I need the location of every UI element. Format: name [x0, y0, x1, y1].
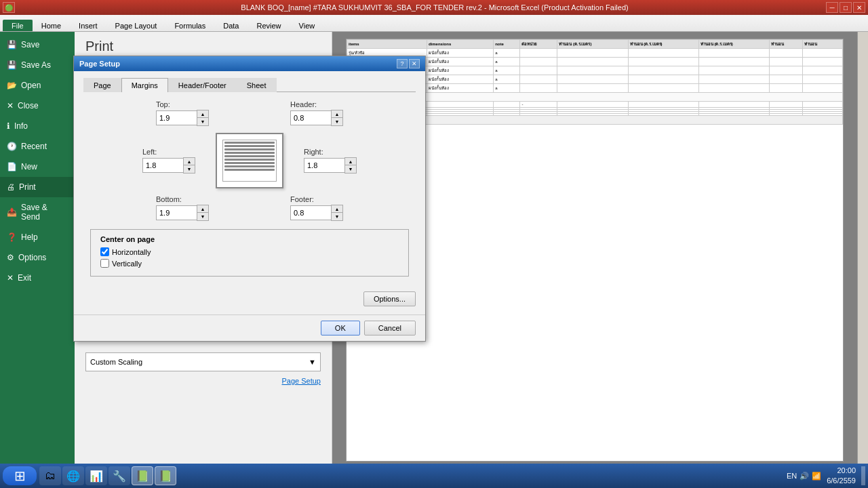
header-down[interactable]: ▼ — [332, 118, 342, 125]
taskbar-icon-excel[interactable]: 📗 — [132, 466, 153, 485]
title-bar-icon: 🟢 — [3, 2, 15, 13]
top-margin-input[interactable] — [156, 110, 197, 125]
page-setup-dialog: Page Setup ? ✕ Page Margins Header/Foote… — [73, 56, 426, 342]
taskbar-icon-explorer[interactable]: 🗂 — [39, 466, 61, 485]
preview-cell — [628, 75, 698, 84]
sidebar-item-exit[interactable]: ✕ Exit — [0, 268, 75, 288]
footer-down[interactable]: ▼ — [332, 213, 342, 220]
show-desktop-icon[interactable] — [861, 466, 865, 485]
tab-page-layout[interactable]: Page Layout — [106, 20, 166, 31]
sidebar-label-close: Close — [18, 101, 39, 110]
minimize-button[interactable]: ─ — [826, 2, 838, 13]
left-margin-down[interactable]: ▼ — [184, 165, 195, 173]
system-tray: EN 🔊 📶 — [787, 472, 821, 481]
sidebar-item-print[interactable]: 🖨 Print — [0, 177, 75, 197]
save-icon: 💾 — [7, 40, 17, 49]
tab-home[interactable]: Home — [33, 20, 70, 31]
tab-insert[interactable]: Insert — [70, 20, 106, 31]
footer-up[interactable]: ▲ — [332, 205, 342, 213]
preview-cell — [427, 102, 493, 108]
preview-cell: ท่านอน — [769, 40, 802, 49]
sidebar-item-saveas[interactable]: 💾 Save As — [0, 55, 75, 75]
recent-icon: 🕐 — [7, 142, 17, 151]
right-scrollbar[interactable] — [857, 32, 868, 488]
bottom-margin-down[interactable]: ▼ — [197, 213, 208, 220]
right-margin-up[interactable]: ▲ — [345, 158, 356, 165]
dialog-close-button[interactable]: ✕ — [409, 59, 420, 68]
footer-input[interactable] — [290, 205, 331, 220]
preview-cell: note — [494, 40, 520, 49]
dialog-help-button[interactable]: ? — [397, 59, 408, 68]
sidebar-item-close[interactable]: ✕ Close — [0, 96, 75, 116]
sidebar-item-new[interactable]: 📄 New — [0, 157, 75, 177]
bottom-margin-up[interactable]: ▲ — [197, 205, 208, 213]
header-up[interactable]: ▲ — [332, 110, 342, 118]
sidebar-label-savesend: Save & Send — [21, 203, 68, 222]
sidebar-item-recent[interactable]: 🕐 Recent — [0, 136, 75, 157]
taskbar-icon-app2[interactable]: 🔧 — [108, 466, 130, 485]
header-input[interactable] — [290, 110, 331, 125]
vertically-checkbox[interactable] — [100, 259, 109, 268]
sidebar-label-new: New — [21, 162, 37, 171]
cancel-button[interactable]: Cancel — [364, 321, 416, 336]
tab-sheet[interactable]: Sheet — [237, 78, 277, 92]
tab-file[interactable]: File — [3, 20, 33, 31]
tab-view[interactable]: View — [290, 20, 324, 31]
preview-cell — [769, 75, 802, 84]
preview-cell: ท่านอน (ต.ร.เมตร) — [557, 40, 628, 49]
preview-line — [224, 142, 275, 144]
dialog-title: Page Setup — [79, 60, 120, 68]
preview-cell — [520, 84, 557, 93]
tab-header-footer[interactable]: Header/Footer — [168, 78, 237, 92]
right-margin-down[interactable]: ▼ — [345, 165, 356, 173]
preview-cell — [769, 84, 802, 93]
page-setup-link[interactable]: Page Setup — [85, 377, 321, 385]
left-margin-up[interactable]: ▲ — [184, 158, 195, 165]
custom-scaling-dropdown[interactable]: Custom Scaling ▼ — [85, 352, 321, 371]
date-display: 6/6/2559 — [827, 476, 856, 486]
bottom-margin-input[interactable] — [156, 205, 197, 220]
left-margin-input[interactable] — [142, 158, 183, 173]
preview-cell — [557, 49, 628, 58]
sidebar-label-saveas: Save As — [21, 60, 51, 70]
preview-cell — [698, 84, 769, 93]
info-icon: ℹ — [7, 121, 10, 131]
tab-formulas[interactable]: Formulas — [165, 20, 214, 31]
horizontally-checkbox[interactable] — [100, 247, 109, 256]
sidebar-item-info[interactable]: ℹ Info — [0, 116, 75, 136]
horizontally-label: Horizontally — [112, 248, 151, 256]
start-button[interactable]: ⊞ — [3, 466, 37, 485]
close-button[interactable]: ✕ — [853, 2, 865, 13]
tab-margins[interactable]: Margins — [121, 78, 168, 92]
taskbar-icon-app1[interactable]: 📊 — [85, 466, 107, 485]
tab-review[interactable]: Review — [248, 20, 290, 31]
top-margin-up[interactable]: ▲ — [197, 110, 208, 118]
left-margin-label: Left: — [142, 148, 195, 156]
preview-cell — [557, 66, 628, 75]
preview-cell: a — [494, 75, 520, 84]
tab-data[interactable]: Data — [214, 20, 248, 31]
custom-scaling-label: Custom Scaling — [90, 358, 142, 366]
sidebar-item-options[interactable]: ⚙ Options — [0, 247, 75, 268]
top-margin-down[interactable]: ▼ — [197, 118, 208, 125]
options-button[interactable]: Options... — [363, 291, 416, 306]
taskbar-icon-excel2[interactable]: 📗 — [155, 466, 176, 485]
preview-cell — [557, 58, 628, 66]
preview-cell — [628, 66, 698, 75]
taskbar-icon-chrome[interactable]: 🌐 — [62, 466, 84, 485]
sidebar-label-save: Save — [21, 40, 39, 49]
dropdown-chevron-icon: ▼ — [309, 358, 316, 366]
maximize-button[interactable]: □ — [840, 2, 852, 13]
right-margin-input[interactable] — [304, 158, 344, 173]
preview-cell: a — [494, 84, 520, 93]
tab-page[interactable]: Page — [83, 78, 121, 92]
ok-button[interactable]: OK — [321, 321, 360, 336]
center-on-page-label: Center on page — [100, 235, 399, 243]
sidebar-item-open[interactable]: 📂 Open — [0, 75, 75, 96]
title-bar: 🟢 BLANK BOQ_[name] #TARA SUKHUMVIT 36_SB… — [0, 0, 868, 15]
sidebar-item-save-send[interactable]: 📤 Save & Send — [0, 197, 75, 227]
sidebar-item-help[interactable]: ❓ Help — [0, 227, 75, 247]
preview-cell: ผนังกั้นห้อง — [427, 75, 493, 84]
clock: 20:00 6/6/2559 — [827, 466, 856, 487]
sidebar-item-save[interactable]: 💾 Save — [0, 35, 75, 55]
